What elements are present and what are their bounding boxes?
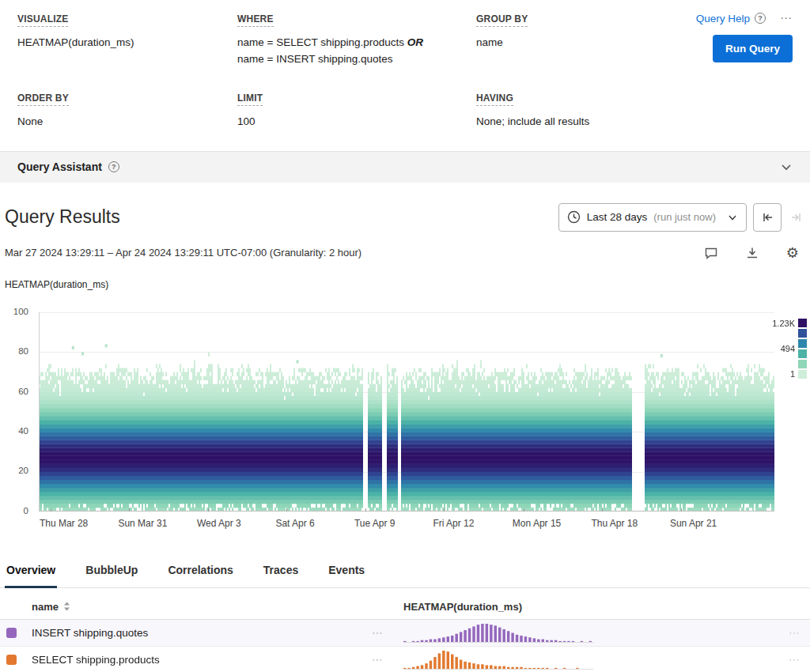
time-range-selector[interactable]: Last 28 days (run just now) bbox=[558, 203, 747, 232]
table-row[interactable]: SELECT shipping.products ⋯ ⋯ bbox=[0, 647, 810, 672]
time-range-note: (run just now) bbox=[653, 211, 716, 223]
limit-clause[interactable]: LIMIT 100 bbox=[237, 90, 476, 130]
chart-title: HEATMAP(duration_ms) bbox=[3, 279, 807, 290]
x-axis-label: Wed Apr 3 bbox=[197, 518, 241, 529]
legend-value: 1.23K bbox=[772, 319, 795, 328]
previous-query-button[interactable] bbox=[753, 203, 782, 232]
query-help-icon: ? bbox=[755, 13, 766, 24]
query-assistant-title: Query Assistant bbox=[17, 160, 102, 173]
date-row: Mar 27 2024 13:29:11 – Apr 24 2024 13:29… bbox=[0, 232, 810, 260]
download-icon[interactable] bbox=[745, 246, 759, 260]
tab-correlations[interactable]: Correlations bbox=[166, 557, 234, 588]
results-table: name HEATMAP(duration_ms) INSERT shippin… bbox=[0, 598, 810, 672]
table-header: name HEATMAP(duration_ms) bbox=[0, 598, 810, 620]
legend-value: 1 bbox=[790, 369, 795, 379]
having-value[interactable]: None; include all results bbox=[476, 114, 793, 130]
group-by-value[interactable]: name bbox=[476, 35, 658, 51]
heatmap-chart: 020406080100 Thu Mar 28Sun Mar 31Wed Apr… bbox=[3, 295, 807, 530]
heatmap-legend: 1.23K4941 bbox=[772, 319, 807, 379]
having-clause[interactable]: HAVING None; include all results bbox=[476, 90, 793, 130]
where-line2: name = INSERT shipping.quotes bbox=[237, 51, 476, 68]
y-axis-label: 40 bbox=[18, 426, 28, 436]
having-label: HAVING bbox=[476, 92, 513, 106]
tab-bubbleup[interactable]: BubbleUp bbox=[84, 557, 139, 588]
group-by-clause[interactable]: GROUP BY name bbox=[476, 11, 658, 68]
row-sparkline bbox=[403, 649, 593, 670]
order-by-label: ORDER BY bbox=[17, 92, 69, 106]
x-axis-label: Thu Apr 18 bbox=[591, 518, 638, 529]
query-overflow-menu-icon[interactable]: ⋯ bbox=[780, 11, 793, 25]
table-row[interactable]: INSERT shipping.quotes ⋯ ⋯ bbox=[0, 620, 810, 647]
y-axis: 020406080100 bbox=[3, 312, 33, 512]
comment-icon[interactable] bbox=[704, 246, 718, 260]
series-color-swatch bbox=[6, 628, 17, 638]
visualize-label: VISUALIZE bbox=[17, 13, 68, 27]
row-name: SELECT shipping.products bbox=[32, 654, 372, 666]
results-header: Query Results Last 28 days (run just now… bbox=[0, 183, 810, 232]
y-axis-label: 20 bbox=[18, 466, 28, 475]
tab-events[interactable]: Events bbox=[327, 557, 366, 588]
legend-color-swatch bbox=[798, 360, 807, 368]
limit-label: LIMIT bbox=[237, 92, 263, 106]
chevron-down-icon bbox=[727, 212, 738, 223]
row-name: INSERT shipping.quotes bbox=[32, 627, 372, 639]
legend-color-swatch bbox=[798, 349, 807, 358]
visualize-value[interactable]: HEATMAP(duration_ms) bbox=[17, 35, 237, 51]
x-axis-label: Tue Apr 9 bbox=[354, 518, 396, 529]
order-by-clause[interactable]: ORDER BY None bbox=[17, 90, 237, 130]
y-axis-label: 60 bbox=[18, 387, 28, 396]
gear-icon[interactable]: ⚙ bbox=[786, 246, 799, 260]
row-overflow-icon[interactable]: ⋯ bbox=[770, 626, 810, 639]
where-clause[interactable]: WHERE name = SELECT shipping.products OR… bbox=[237, 11, 476, 68]
date-range-text: Mar 27 2024 13:29:11 – Apr 24 2024 13:29… bbox=[5, 247, 361, 259]
run-query-button[interactable]: Run Query bbox=[713, 35, 793, 62]
visualize-clause[interactable]: VISUALIZE HEATMAP(duration_ms) bbox=[17, 11, 237, 68]
series-color-swatch bbox=[6, 655, 17, 665]
group-by-label: GROUP BY bbox=[476, 13, 528, 27]
query-assistant-bar[interactable]: Query Assistant ? bbox=[0, 151, 810, 183]
heatmap-section: HEATMAP(duration_ms) 020406080100 Thu Ma… bbox=[0, 279, 810, 530]
y-axis-label: 0 bbox=[24, 506, 28, 515]
row-overflow-icon[interactable]: ⋯ bbox=[770, 653, 810, 666]
where-value[interactable]: name = SELECT shipping.products OR name … bbox=[237, 35, 476, 68]
legend-swatches bbox=[798, 319, 807, 379]
x-axis-label: Sat Apr 6 bbox=[275, 518, 314, 529]
row-overflow-icon[interactable]: ⋯ bbox=[372, 653, 403, 666]
row-sparkline bbox=[403, 622, 593, 643]
x-axis-label: Sun Apr 21 bbox=[670, 518, 717, 529]
where-or: OR bbox=[407, 36, 423, 48]
x-axis-label: Fri Apr 12 bbox=[433, 518, 474, 529]
x-axis-label: Mon Apr 15 bbox=[513, 518, 561, 529]
query-help-link[interactable]: Query Help bbox=[696, 13, 750, 25]
query-assistant-help-icon: ? bbox=[108, 161, 119, 172]
page-title: Query Results bbox=[5, 206, 120, 228]
legend-color-swatch bbox=[798, 370, 807, 379]
order-by-value[interactable]: None bbox=[17, 114, 237, 130]
clock-icon bbox=[567, 210, 581, 224]
row-overflow-icon[interactable]: ⋯ bbox=[372, 626, 403, 639]
where-line1: name = SELECT shipping.products bbox=[237, 36, 407, 48]
limit-value[interactable]: 100 bbox=[237, 114, 476, 130]
x-axis-label: Sun Mar 31 bbox=[118, 518, 167, 529]
query-builder: VISUALIZE HEATMAP(duration_ms) WHERE nam… bbox=[0, 0, 810, 151]
tab-overview[interactable]: Overview bbox=[5, 557, 57, 588]
results-tabs: Overview BubbleUp Correlations Traces Ev… bbox=[0, 557, 810, 588]
name-column-label: name bbox=[32, 601, 59, 613]
sort-icon[interactable] bbox=[63, 602, 70, 611]
time-range-value: Last 28 days bbox=[587, 211, 648, 223]
chevron-down-icon[interactable] bbox=[780, 160, 793, 173]
y-axis-label: 100 bbox=[13, 307, 28, 316]
column-header-name[interactable]: name bbox=[32, 601, 372, 613]
legend-color-swatch bbox=[798, 329, 807, 338]
tab-traces[interactable]: Traces bbox=[262, 557, 300, 588]
legend-color-swatch bbox=[798, 319, 807, 327]
column-header-heatmap: HEATMAP(duration_ms) bbox=[403, 601, 609, 613]
x-axis-label: Thu Mar 28 bbox=[40, 518, 88, 529]
legend-value: 494 bbox=[781, 344, 795, 353]
legend-color-swatch bbox=[798, 339, 807, 348]
legend-values: 1.23K4941 bbox=[772, 319, 795, 379]
heatmap-canvas[interactable] bbox=[39, 312, 774, 512]
next-query-button[interactable] bbox=[789, 210, 804, 225]
where-label: WHERE bbox=[237, 13, 274, 27]
x-axis: Thu Mar 28Sun Mar 31Wed Apr 3Sat Apr 6Tu… bbox=[39, 518, 774, 530]
